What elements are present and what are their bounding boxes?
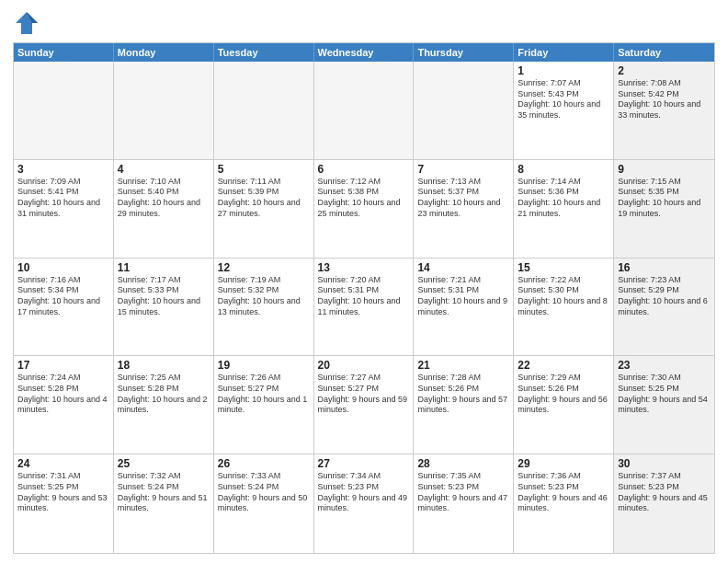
weekday-header-monday: Monday [114,43,214,62]
calendar-cell: 6Sunrise: 7:12 AM Sunset: 5:38 PM Daylig… [314,160,415,258]
weekday-header-saturday: Saturday [614,43,714,62]
calendar-cell [414,62,514,159]
day-number: 14 [417,261,509,274]
calendar-cell: 10Sunrise: 7:16 AM Sunset: 5:34 PM Dayli… [14,259,114,356]
day-number: 2 [618,64,711,77]
calendar-cell: 5Sunrise: 7:11 AM Sunset: 5:39 PM Daylig… [214,160,314,258]
day-info: Sunrise: 7:14 AM Sunset: 5:36 PM Dayligh… [518,177,609,220]
day-info: Sunrise: 7:33 AM Sunset: 5:24 PM Dayligh… [218,471,310,514]
day-info: Sunrise: 7:36 AM Sunset: 5:23 PM Dayligh… [518,471,609,514]
day-number: 1 [518,64,609,77]
day-number: 30 [618,457,711,470]
day-info: Sunrise: 7:10 AM Sunset: 5:40 PM Dayligh… [118,177,210,220]
day-info: Sunrise: 7:34 AM Sunset: 5:23 PM Dayligh… [318,471,410,514]
day-number: 13 [318,261,410,274]
day-number: 22 [518,359,609,372]
calendar-cell: 22Sunrise: 7:29 AM Sunset: 5:26 PM Dayli… [514,356,614,454]
calendar-cell: 26Sunrise: 7:33 AM Sunset: 5:24 PM Dayli… [214,454,314,553]
weekday-header-wednesday: Wednesday [314,43,415,62]
header [13,9,715,37]
calendar-cell: 30Sunrise: 7:37 AM Sunset: 5:23 PM Dayli… [614,454,714,553]
weekday-header-sunday: Sunday [14,43,114,62]
calendar: SundayMondayTuesdayWednesdayThursdayFrid… [13,42,715,554]
calendar-cell: 16Sunrise: 7:23 AM Sunset: 5:29 PM Dayli… [614,259,714,356]
day-info: Sunrise: 7:27 AM Sunset: 5:27 PM Dayligh… [318,373,410,416]
day-number: 6 [318,163,410,176]
day-info: Sunrise: 7:13 AM Sunset: 5:37 PM Dayligh… [417,177,509,220]
day-info: Sunrise: 7:16 AM Sunset: 5:34 PM Dayligh… [17,275,109,318]
calendar-row-2: 10Sunrise: 7:16 AM Sunset: 5:34 PM Dayli… [14,259,714,357]
day-number: 3 [17,163,109,176]
calendar-cell: 15Sunrise: 7:22 AM Sunset: 5:30 PM Dayli… [514,259,614,356]
calendar-cell: 20Sunrise: 7:27 AM Sunset: 5:27 PM Dayli… [314,356,415,454]
calendar-body: 1Sunrise: 7:07 AM Sunset: 5:43 PM Daylig… [14,62,714,553]
day-info: Sunrise: 7:25 AM Sunset: 5:28 PM Dayligh… [118,373,210,416]
day-info: Sunrise: 7:35 AM Sunset: 5:23 PM Dayligh… [417,471,509,514]
day-number: 24 [17,457,109,470]
day-number: 5 [218,163,310,176]
calendar-cell: 27Sunrise: 7:34 AM Sunset: 5:23 PM Dayli… [314,454,415,553]
calendar-cell [14,62,114,159]
day-number: 10 [17,261,109,274]
day-info: Sunrise: 7:24 AM Sunset: 5:28 PM Dayligh… [17,373,109,416]
calendar-cell: 29Sunrise: 7:36 AM Sunset: 5:23 PM Dayli… [514,454,614,553]
calendar-cell [214,62,314,159]
day-info: Sunrise: 7:12 AM Sunset: 5:38 PM Dayligh… [318,177,410,220]
calendar-row-0: 1Sunrise: 7:07 AM Sunset: 5:43 PM Daylig… [14,62,714,160]
day-number: 19 [218,359,310,372]
calendar-cell [314,62,415,159]
weekday-header-thursday: Thursday [414,43,514,62]
day-info: Sunrise: 7:19 AM Sunset: 5:32 PM Dayligh… [218,275,310,318]
day-info: Sunrise: 7:28 AM Sunset: 5:26 PM Dayligh… [417,373,509,416]
day-number: 7 [417,163,509,176]
day-number: 12 [218,261,310,274]
calendar-cell: 24Sunrise: 7:31 AM Sunset: 5:25 PM Dayli… [14,454,114,553]
logo [13,9,44,37]
calendar-cell: 18Sunrise: 7:25 AM Sunset: 5:28 PM Dayli… [114,356,214,454]
day-info: Sunrise: 7:08 AM Sunset: 5:42 PM Dayligh… [618,78,711,121]
day-number: 9 [618,163,711,176]
day-number: 28 [417,457,509,470]
day-info: Sunrise: 7:32 AM Sunset: 5:24 PM Dayligh… [118,471,210,514]
day-info: Sunrise: 7:26 AM Sunset: 5:27 PM Dayligh… [218,373,310,416]
calendar-cell: 2Sunrise: 7:08 AM Sunset: 5:42 PM Daylig… [614,62,714,159]
calendar-row-3: 17Sunrise: 7:24 AM Sunset: 5:28 PM Dayli… [14,356,714,454]
calendar-row-1: 3Sunrise: 7:09 AM Sunset: 5:41 PM Daylig… [14,160,714,259]
day-number: 4 [118,163,210,176]
day-info: Sunrise: 7:15 AM Sunset: 5:35 PM Dayligh… [618,177,711,220]
day-info: Sunrise: 7:23 AM Sunset: 5:29 PM Dayligh… [618,275,711,318]
day-info: Sunrise: 7:11 AM Sunset: 5:39 PM Dayligh… [218,177,310,220]
calendar-cell: 14Sunrise: 7:21 AM Sunset: 5:31 PM Dayli… [414,259,514,356]
day-number: 8 [518,163,609,176]
day-number: 15 [518,261,609,274]
calendar-cell: 8Sunrise: 7:14 AM Sunset: 5:36 PM Daylig… [514,160,614,258]
day-number: 27 [318,457,410,470]
page: SundayMondayTuesdayWednesdayThursdayFrid… [0,0,728,563]
day-number: 26 [218,457,310,470]
day-number: 21 [417,359,509,372]
calendar-cell: 1Sunrise: 7:07 AM Sunset: 5:43 PM Daylig… [514,62,614,159]
day-number: 25 [118,457,210,470]
calendar-cell: 13Sunrise: 7:20 AM Sunset: 5:31 PM Dayli… [314,259,415,356]
day-number: 18 [118,359,210,372]
calendar-cell: 23Sunrise: 7:30 AM Sunset: 5:25 PM Dayli… [614,356,714,454]
calendar-cell: 21Sunrise: 7:28 AM Sunset: 5:26 PM Dayli… [414,356,514,454]
day-number: 23 [618,359,711,372]
calendar-cell: 12Sunrise: 7:19 AM Sunset: 5:32 PM Dayli… [214,259,314,356]
day-number: 20 [318,359,410,372]
calendar-cell: 7Sunrise: 7:13 AM Sunset: 5:37 PM Daylig… [414,160,514,258]
weekday-header-tuesday: Tuesday [214,43,314,62]
calendar-cell: 17Sunrise: 7:24 AM Sunset: 5:28 PM Dayli… [14,356,114,454]
day-number: 29 [518,457,609,470]
day-number: 17 [17,359,109,372]
day-info: Sunrise: 7:37 AM Sunset: 5:23 PM Dayligh… [618,471,711,514]
day-number: 16 [618,261,711,274]
day-info: Sunrise: 7:17 AM Sunset: 5:33 PM Dayligh… [118,275,210,318]
day-info: Sunrise: 7:07 AM Sunset: 5:43 PM Dayligh… [518,78,609,121]
day-info: Sunrise: 7:22 AM Sunset: 5:30 PM Dayligh… [518,275,609,318]
calendar-cell: 19Sunrise: 7:26 AM Sunset: 5:27 PM Dayli… [214,356,314,454]
day-info: Sunrise: 7:09 AM Sunset: 5:41 PM Dayligh… [17,177,109,220]
calendar-cell: 11Sunrise: 7:17 AM Sunset: 5:33 PM Dayli… [114,259,214,356]
calendar-cell: 28Sunrise: 7:35 AM Sunset: 5:23 PM Dayli… [414,454,514,553]
day-info: Sunrise: 7:20 AM Sunset: 5:31 PM Dayligh… [318,275,410,318]
